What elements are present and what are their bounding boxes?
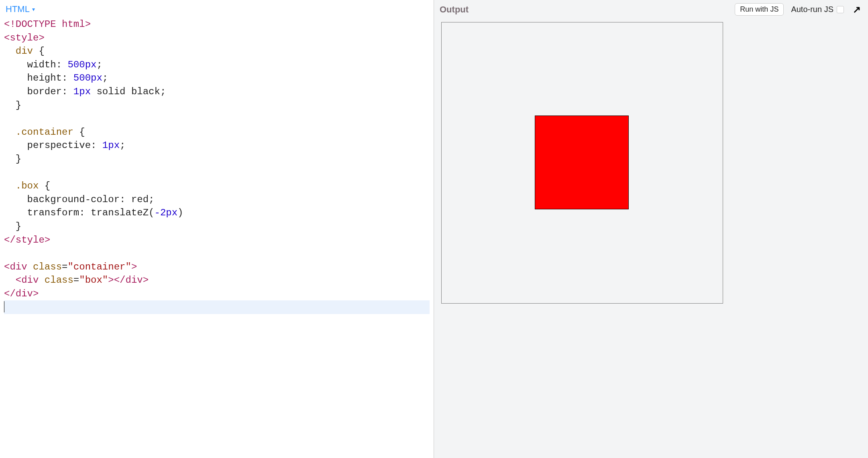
popout-icon[interactable]: ↗ — [851, 4, 862, 15]
editor-pane: HTML ▾ <!DOCTYPE html> <style> div { wid… — [0, 0, 434, 458]
output-iframe — [441, 22, 723, 304]
run-button[interactable]: Run with JS — [735, 3, 784, 16]
autorun-checkbox[interactable] — [837, 6, 844, 13]
editor-header: HTML ▾ — [0, 0, 434, 18]
code-editor[interactable]: <!DOCTYPE html> <style> div { width: 500… — [0, 18, 434, 458]
output-red-box — [535, 116, 629, 209]
language-selector[interactable]: HTML ▾ — [6, 4, 35, 14]
code-content: <!DOCTYPE html> <style> div { width: 500… — [4, 18, 430, 314]
autorun-toggle[interactable]: Auto-run JS — [791, 5, 844, 14]
chevron-down-icon: ▾ — [32, 6, 35, 12]
autorun-label: Auto-run JS — [791, 5, 833, 14]
language-selector-label: HTML — [6, 4, 30, 14]
output-heading: Output — [440, 4, 469, 15]
app-root: HTML ▾ <!DOCTYPE html> <style> div { wid… — [0, 0, 868, 458]
output-header: Output Run with JS Auto-run JS ↗ — [434, 0, 868, 19]
output-pane: Output Run with JS Auto-run JS ↗ — [434, 0, 868, 458]
output-body — [434, 19, 868, 458]
